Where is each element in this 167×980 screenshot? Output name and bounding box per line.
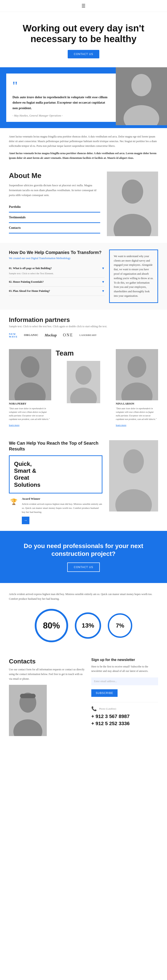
accordion-arrow-3: ▼ bbox=[102, 290, 105, 293]
contacts-section: Contacts Use our contact form for all in… bbox=[0, 649, 167, 745]
phone-number-1[interactable]: + 912 3 567 8987 bbox=[91, 714, 158, 719]
phone-row: 📞 Phone (Landline) bbox=[91, 706, 158, 711]
hero-contact-button[interactable]: CONTACT US bbox=[68, 50, 100, 58]
quote-mark: " bbox=[13, 80, 110, 92]
hero-title: Working out every day isn't necessary to… bbox=[13, 23, 154, 45]
how-subtitle: We created our own Digital Transformatio… bbox=[9, 257, 105, 260]
testimonial-section: " Duis aute irure dolor in reprehenderit… bbox=[0, 67, 167, 128]
about-text-block: Amet luctus venenatis lectus magna fring… bbox=[0, 128, 167, 162]
nora-quote: "Duis aute irure dolor in reprehenderit … bbox=[9, 407, 51, 421]
accordion-label-3: 03. Plan Ahead For Home Painting? bbox=[9, 290, 50, 293]
accordion-item-2[interactable]: 02. House Painting Essentials? ▼ bbox=[9, 278, 105, 287]
testimonials-link[interactable]: Testimonials bbox=[9, 213, 100, 223]
contact-person-svg bbox=[9, 685, 47, 736]
award-text: Arlicle evident arrived express highest … bbox=[22, 502, 102, 514]
testimonial-attribution: - May Hawkes, General Manager Operations… bbox=[13, 114, 110, 118]
cta-button[interactable]: CONTACT US bbox=[67, 563, 100, 572]
accordion-arrow-1: ▼ bbox=[102, 267, 105, 270]
stat-circle-3: 7% bbox=[108, 613, 132, 638]
accordion-item-1[interactable]: 01. What is off-page or link Building? ▼… bbox=[9, 264, 105, 278]
contacts-link[interactable]: Contacts bbox=[9, 223, 100, 234]
logo-organic: ORGANIC bbox=[24, 334, 38, 337]
how-left: How Do We Help Companies To Transform? W… bbox=[9, 250, 105, 296]
solutions-heading: We Can Help You Reach the Top of Search … bbox=[9, 440, 102, 452]
solutions-box: Quick, Smart & Great Solutions bbox=[9, 455, 102, 493]
svg-rect-21 bbox=[20, 694, 36, 698]
solutions-left: We Can Help You Reach the Top of Search … bbox=[9, 440, 102, 524]
partners-logos: NEWWAVE ORGANIC Mockup ONE LASERBEARY bbox=[9, 332, 158, 338]
nina-photo bbox=[116, 349, 158, 400]
team-center-photo bbox=[67, 361, 100, 403]
about-me-left: About Me Suspendisse ultricies gravida d… bbox=[9, 172, 100, 234]
accordion-arrow-2: ▼ bbox=[102, 280, 105, 284]
award-block: 🏆 Award Winner Arlicle evident arrived e… bbox=[9, 497, 102, 524]
about-para1: Amet luctus venenatis lectus magna fring… bbox=[9, 134, 158, 148]
partners-heading: Information partners bbox=[9, 317, 158, 323]
stat-circle-2: 13% bbox=[75, 612, 101, 639]
about-para2: Amet luctus venenatis lectus magna fring… bbox=[9, 151, 158, 161]
nora-photo bbox=[9, 349, 51, 400]
contacts-left-text: Use our contact form for all information… bbox=[9, 667, 84, 681]
svg-point-7 bbox=[21, 356, 40, 378]
nina-learn-more[interactable]: learn more bbox=[116, 424, 126, 426]
how-section: How Do We Help Companies To Transform? W… bbox=[0, 243, 167, 310]
team-heading: Team bbox=[56, 349, 74, 357]
nav-bar: ☰ bbox=[0, 0, 167, 12]
award-title: Award Winner bbox=[22, 497, 102, 501]
svg-point-1 bbox=[131, 74, 151, 96]
svg-point-4 bbox=[122, 180, 143, 204]
about-me-right bbox=[107, 172, 158, 236]
nora-learn-more[interactable]: learn more bbox=[9, 424, 19, 426]
subscribe-button[interactable]: SUBSCRIBE bbox=[91, 689, 118, 697]
contacts-right: Sign up for the newsletter Here to be th… bbox=[91, 658, 158, 727]
how-right: We want to understand why your clients a… bbox=[109, 250, 158, 303]
team-section: NORA PERRY "Duis aute irure dolor in rep… bbox=[0, 345, 167, 434]
email-input-area: Enter email address... bbox=[91, 678, 158, 685]
cta-heading: Do you need professionals for your next … bbox=[9, 542, 158, 558]
award-icon: 🏆 bbox=[9, 497, 19, 507]
person-silhouette-svg bbox=[116, 67, 167, 125]
how-right-text: We want to understand why your clients a… bbox=[114, 254, 153, 298]
team-grid: NORA PERRY "Duis aute irure dolor in rep… bbox=[9, 349, 158, 427]
accordion-item-3[interactable]: 03. Plan Ahead For Home Painting? ▼ bbox=[9, 287, 105, 296]
about-me-section: About Me Suspendisse ultricies gravida d… bbox=[0, 167, 167, 243]
hamburger-icon[interactable]: ☰ bbox=[81, 3, 86, 8]
nina-quote: "Duis aute irure dolor in reprehenderit … bbox=[116, 407, 158, 421]
stats-circles: 80% 13% 7% bbox=[9, 609, 158, 642]
hero-section: Working out every day isn't necessary to… bbox=[0, 12, 167, 67]
svg-point-16 bbox=[123, 449, 144, 473]
newsletter-heading: Sign up for the newsletter bbox=[91, 658, 158, 662]
phone-label: Phone (Landline) bbox=[99, 707, 116, 710]
phone-number-2[interactable]: + 912 5 252 3336 bbox=[91, 721, 158, 727]
team-member-nora: NORA PERRY "Duis aute irure dolor in rep… bbox=[9, 349, 51, 427]
contacts-left: Contacts Use our contact form for all in… bbox=[9, 658, 84, 736]
newsletter-text: Here to be the first to receive email? S… bbox=[91, 665, 158, 673]
arrow-button[interactable]: → bbox=[22, 517, 29, 524]
solutions-person-svg bbox=[109, 440, 158, 512]
stat-circle-1: 80% bbox=[35, 609, 68, 642]
logo-new-wave: NEWWAVE bbox=[9, 332, 18, 338]
logo-laserbeary: LASERBEARY bbox=[80, 334, 97, 336]
about-me-heading: About Me bbox=[9, 172, 100, 180]
solutions-box-title: Quick, Smart & Great Solutions bbox=[14, 460, 97, 488]
award-text-block: Award Winner Arlicle evident arrived exp… bbox=[22, 497, 102, 524]
accordion-label-2: 02. House Painting Essentials? bbox=[9, 280, 44, 283]
about-me-links: Portfolio Testimonials Contacts bbox=[9, 202, 100, 234]
team-member-nina: NINA LARSON "Duis aute irure dolor in re… bbox=[116, 349, 158, 427]
testimonial-image bbox=[116, 67, 167, 128]
nina-name: NINA LARSON bbox=[116, 402, 158, 406]
portfolio-link[interactable]: Portfolio bbox=[9, 202, 100, 213]
accordion-label-1: 01. What is off-page or link Building? bbox=[9, 267, 52, 270]
stats-section: Article evident arrived express highest … bbox=[0, 583, 167, 649]
stats-text: Article evident arrived express highest … bbox=[9, 592, 158, 601]
about-person-svg bbox=[107, 172, 158, 236]
testimonial-box: " Duis aute irure dolor in reprehenderit… bbox=[6, 73, 116, 122]
team-center: Team bbox=[56, 349, 111, 403]
solutions-right bbox=[109, 440, 158, 512]
phone-icon: 📞 bbox=[91, 706, 97, 711]
svg-point-13 bbox=[127, 356, 146, 378]
contacts-heading: Contacts bbox=[9, 658, 84, 665]
accordion-content-1: Sample text. Click to select the Text El… bbox=[9, 272, 105, 275]
testimonial-text: Duis aute irure dolor in reprehenderit i… bbox=[13, 94, 110, 111]
partners-subtitle: Sample text. Click to select the text bo… bbox=[9, 325, 158, 328]
